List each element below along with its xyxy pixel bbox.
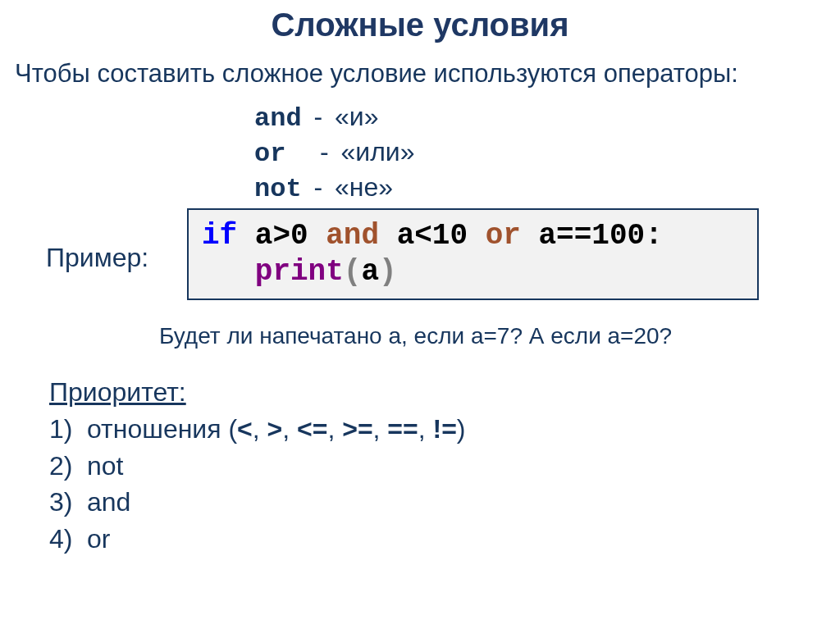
p1-g: , xyxy=(327,414,342,444)
pri-num-1: 1) xyxy=(49,411,87,448)
indent xyxy=(202,255,255,289)
op-and-row: and - «и» xyxy=(254,100,415,135)
pri-num-2: 2) xyxy=(49,448,87,485)
pri-num-3: 3) xyxy=(49,484,87,521)
op-and-kw: and xyxy=(254,103,302,134)
p4: or xyxy=(87,524,110,554)
intro-text: Чтобы составить сложное условие использу… xyxy=(15,59,738,89)
p1-ne: != xyxy=(433,414,457,444)
op-or-kw: or xyxy=(254,139,285,169)
p1-m: ) xyxy=(457,414,466,444)
arg: a xyxy=(361,255,379,289)
lparen: ( xyxy=(344,255,362,289)
op-or-def: «или» xyxy=(341,137,415,166)
slide: Сложные условия Чтобы составить сложное … xyxy=(0,0,840,629)
code-line-1: if a>0 and a<10 or a==100: xyxy=(202,218,744,254)
op-not-row: not - «не» xyxy=(254,171,415,206)
fn-print: print xyxy=(255,255,344,289)
p1-le: <= xyxy=(297,414,327,444)
dash: - xyxy=(314,172,331,202)
expr-1: a>0 xyxy=(237,219,326,253)
p1-eq: == xyxy=(387,414,418,444)
kw-and: and xyxy=(326,219,379,253)
op-not-def: «не» xyxy=(335,172,393,202)
p1-gt: > xyxy=(267,414,283,444)
p1-e: , xyxy=(282,414,297,444)
dash: - xyxy=(314,102,331,131)
kw-if: if xyxy=(202,219,237,253)
op-not-kw: not xyxy=(254,174,302,204)
dash: - xyxy=(298,137,336,166)
priority-item-4: 4)or xyxy=(49,521,466,558)
p1-a: отношения ( xyxy=(87,414,237,444)
p1-c: , xyxy=(253,414,267,444)
expr-2: a<10 xyxy=(379,219,486,253)
p2: not xyxy=(87,451,123,481)
p1-k: , xyxy=(418,414,433,444)
p1-i: , xyxy=(373,414,388,444)
priority-item-3: 3)and xyxy=(49,484,466,521)
code-example: if a>0 and a<10 or a==100: print(a) xyxy=(187,208,759,300)
priority-heading: Приоритет: xyxy=(49,374,466,411)
p1-lt: < xyxy=(237,414,253,444)
p1-ge: >= xyxy=(342,414,372,444)
operator-definitions: and - «и» or - «или» not - «не» xyxy=(254,100,415,206)
op-or-row: or - «или» xyxy=(254,135,415,171)
p3: and xyxy=(87,487,130,517)
priority-item-1: 1)отношения (<, >, <=, >=, ==, !=) xyxy=(49,411,466,448)
pri-num-4: 4) xyxy=(49,521,87,558)
priority-item-2: 2)not xyxy=(49,448,466,485)
kw-or: or xyxy=(486,219,521,253)
code-line-2: print(a) xyxy=(202,254,744,290)
expr-3: a==100 xyxy=(521,219,645,253)
question-text: Будет ли напечатано а, если а=7? А если … xyxy=(159,323,672,349)
rparen: ) xyxy=(379,255,397,289)
colon: : xyxy=(645,219,663,253)
priority-list: 1)отношения (<, >, <=, >=, ==, !=) 2)not… xyxy=(49,411,466,558)
example-label: Пример: xyxy=(46,243,148,273)
op-and-def: «и» xyxy=(335,102,378,131)
priority-block: Приоритет: 1)отношения (<, >, <=, >=, ==… xyxy=(49,374,466,558)
slide-title: Сложные условия xyxy=(0,7,840,43)
